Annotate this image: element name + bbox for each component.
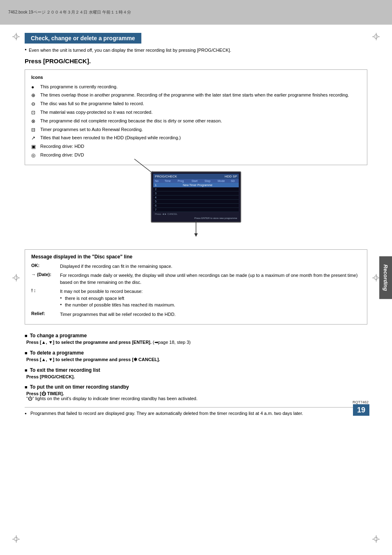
screen-mode: HDD SP xyxy=(225,175,237,178)
col-no: No xyxy=(155,180,161,182)
screen-title: PROG/CHECK xyxy=(155,175,177,178)
icon-desc-5: The programme did not complete recording… xyxy=(40,118,361,124)
col-time: Time xyxy=(164,180,174,182)
message-box-title: Message displayed in the "Disc space" li… xyxy=(31,254,361,260)
icons-box: Icons ● This programme is currently reco… xyxy=(25,69,367,165)
icon-desc-4: The material was copy-protected so it wa… xyxy=(40,109,361,115)
msg-exclaim-content: It may not be possible to record because… xyxy=(60,288,361,309)
screen-row-2: 2 xyxy=(153,187,239,191)
col-stop: Stop xyxy=(205,180,214,182)
icon-desc-1: This programme is currently recording. xyxy=(40,84,361,90)
icon-row-7: ↗ Titles that have been rerouted to the … xyxy=(31,135,361,142)
section-standby-body: Press [⏻ TIMER]. "⏻" lights on the unit'… xyxy=(25,391,367,401)
screen-wrapper: PROG/CHECK HDD SP No Time Prog Start Sto… xyxy=(151,171,241,223)
screen-row-6: 6 xyxy=(153,204,239,208)
msg-exclaim-bullet2: the number of possible titles has reache… xyxy=(60,302,361,309)
section-exit-title: To exit the timer recording list xyxy=(30,367,100,373)
section-exit-body: Press [PROG/CHECK]. xyxy=(25,374,367,379)
header-bar: 7462.book 19ページ ２００４年３月２４日 水曜日 午前１１時４分 xyxy=(0,0,392,25)
screen-container: PROG/CHECK HDD SP No Time Prog Start Sto… xyxy=(25,171,367,223)
svg-line-0 xyxy=(134,159,153,173)
main-content: Check, change or delete a programme Even… xyxy=(0,25,392,424)
icon-row-3: ⊖ The disc was full so the programme fai… xyxy=(31,101,361,108)
icon-symbol-3: ⊖ xyxy=(31,101,40,108)
icon-row-9: ◎ Recording drive: DVD xyxy=(31,152,361,159)
msg-exclaim-row: ! : It may not be possible to record bec… xyxy=(31,288,361,309)
icon-symbol-7: ↗ xyxy=(31,135,40,142)
header-text: 7462.book 19ページ ２００４年３月２４日 水曜日 午前１１時４分 xyxy=(8,9,131,15)
icon-desc-8: Recording drive: HDD xyxy=(40,143,361,150)
icon-desc-7: Titles that have been rerouted to the HD… xyxy=(40,135,361,141)
col-mode: Mode xyxy=(218,180,228,182)
section-delete-heading: To delete a programme xyxy=(25,350,367,356)
section-change-sub: (➡page 18, step 3) xyxy=(153,340,191,345)
section-change-text: Press [▲, ▼] to select the programme and… xyxy=(26,340,152,345)
rqt-label: RQT7462 xyxy=(353,400,369,404)
page-title: Check, change or delete a programme xyxy=(25,33,141,44)
msg-exclaim-bullet1: there is not enough space left xyxy=(60,295,361,302)
icon-symbol-1: ● xyxy=(31,84,40,91)
page-number: 19 xyxy=(353,404,369,416)
icon-symbol-9: ◎ xyxy=(31,152,40,159)
screen-header: PROG/CHECK HDD SP xyxy=(153,174,239,179)
section-standby-text: Press [⏻ TIMER]. xyxy=(26,391,64,396)
icon-desc-2: The times overlap those in another progr… xyxy=(40,92,361,98)
msg-ok-label: OK: xyxy=(31,263,60,268)
section-delete-title: To delete a programme xyxy=(30,350,84,356)
screen-row-4: 4 xyxy=(153,196,239,200)
screen-bottom-text: Press ENTER to store new programme xyxy=(153,216,239,220)
msg-date-row: → (Date): For recordings made daily or w… xyxy=(31,272,361,286)
msg-exclaim-text: It may not be possible to record because… xyxy=(60,288,361,295)
intro-text: Even when the unit is turned off, you ca… xyxy=(25,48,367,53)
msg-relief-label: Relief: xyxy=(31,311,60,316)
icon-symbol-6: ⊟ xyxy=(31,127,40,134)
icon-row-1: ● This programme is currently recording. xyxy=(31,84,361,91)
section-exit-heading: To exit the timer recording list xyxy=(25,367,367,373)
msg-date-text: For recordings made daily or weekly, the… xyxy=(60,272,361,286)
msg-exclaim-label: ! : xyxy=(31,288,60,293)
col-prog: Prog xyxy=(178,180,188,182)
screen-row-3: 3 xyxy=(153,191,239,196)
msg-date-label: → (Date): xyxy=(31,272,60,277)
section-change-title: To change a programme xyxy=(30,333,87,339)
screen-footer-left: Press ◄► CANCEL xyxy=(155,213,178,215)
icon-row-6: ⊟ Timer programmes set to Auto Renewal R… xyxy=(31,127,361,134)
section-exit-text: Press [PROG/CHECK]. xyxy=(26,374,75,379)
section-change-heading: To change a programme xyxy=(25,333,367,339)
message-box: Message displayed in the "Disc space" li… xyxy=(25,249,367,325)
icon-desc-3: The disc was full so the programme faile… xyxy=(40,101,361,107)
footer-note: Programmes that failed to record are dis… xyxy=(25,407,367,416)
screen-mock: PROG/CHECK HDD SP No Time Prog Start Sto… xyxy=(151,171,241,223)
corner-mark-bl xyxy=(12,535,20,543)
section-change-body: Press [▲, ▼] to select the programme and… xyxy=(25,340,367,345)
screen-footer: Press ◄► CANCEL xyxy=(153,212,239,216)
section-standby-sub: "⏻" lights on the unit's display to indi… xyxy=(26,396,367,401)
corner-mark-br xyxy=(372,535,380,543)
screen-row-5: 5 xyxy=(153,200,239,204)
new-timer-row: 1 New Timer Programme xyxy=(153,183,239,187)
icon-row-8: ▣ Recording drive: HDD xyxy=(31,143,361,150)
msg-ok-row: OK: Displayed if the recording can fit i… xyxy=(31,263,361,270)
msg-ok-text: Displayed if the recording can fit in th… xyxy=(60,263,361,270)
section-standby-heading: To put the unit on timer recording stand… xyxy=(25,384,367,390)
screen-col-headers: No Time Prog Start Stop Mode SD xyxy=(153,179,239,183)
col-start: Start xyxy=(191,180,201,182)
arrow-bottom xyxy=(190,221,202,237)
screen-row-7: 7 xyxy=(153,208,239,212)
icon-desc-6: Timer programmes set to Auto Renewal Rec… xyxy=(40,127,361,133)
icon-symbol-2: ⊕ xyxy=(31,92,40,99)
msg-relief-row: Relief: Timer programmes that will be re… xyxy=(31,311,361,318)
icons-title: Icons xyxy=(31,74,361,81)
col-sd: SD xyxy=(231,180,237,182)
section-delete-body: Press [▲, ▼] to select the programme and… xyxy=(25,357,367,362)
section-delete-text: Press [▲, ▼] to select the programme and… xyxy=(26,357,160,362)
new-timer-no: 1 xyxy=(155,184,157,187)
icon-symbol-8: ▣ xyxy=(31,143,40,150)
icon-symbol-4: ⊡ xyxy=(31,109,40,116)
section-standby-title: To put the unit on timer recording stand… xyxy=(30,384,129,390)
new-timer-label: New Timer Programme xyxy=(158,184,237,187)
msg-relief-text: Timer programmes that will be relief rec… xyxy=(60,311,361,318)
icon-row-2: ⊕ The times overlap those in another pro… xyxy=(31,92,361,99)
icon-row-4: ⊡ The material was copy-protected so it … xyxy=(31,109,361,116)
icon-desc-9: Recording drive: DVD xyxy=(40,152,361,158)
